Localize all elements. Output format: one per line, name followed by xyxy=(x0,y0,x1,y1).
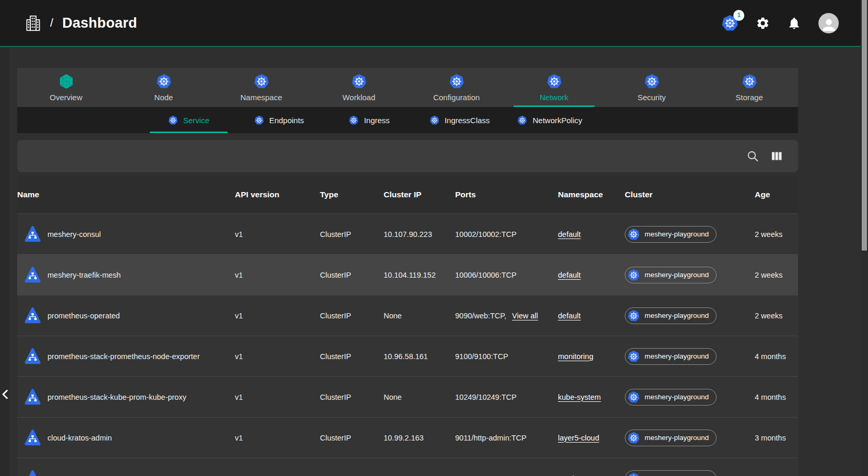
sub-tab[interactable]: NetworkPolicy xyxy=(505,107,595,133)
column-header[interactable]: Cluster IP xyxy=(384,190,455,199)
ports-cell: 10249/10249:TCP xyxy=(455,393,558,401)
name-cell: meshery-consul xyxy=(17,224,235,245)
column-header[interactable]: Type xyxy=(320,190,384,199)
cluster-chip[interactable]: meshery-playground xyxy=(625,267,717,283)
ports-cell: 9090/web:TCP,View all xyxy=(455,312,558,320)
type-cell: ClusterIP xyxy=(320,230,384,239)
cluster-ip-cell: 10.107.90.223 xyxy=(384,230,455,239)
user-avatar[interactable] xyxy=(818,13,839,33)
column-header[interactable]: Namespace xyxy=(558,190,625,199)
table-row[interactable]: cloud-kratos-admin v1 ClusterIP 10.99.2.… xyxy=(17,417,798,458)
meshery-icon xyxy=(58,74,74,89)
api-version-cell: v1 xyxy=(235,230,320,239)
services-table: NameAPI versionTypeCluster IPPortsNamesp… xyxy=(17,176,798,476)
namespace-link[interactable]: meshery xyxy=(558,474,587,476)
service-name: cloud-kratos-admin xyxy=(47,434,112,442)
cluster-cell: meshery-playground xyxy=(625,307,755,324)
kubernetes-icon xyxy=(627,350,640,363)
cluster-chip[interactable]: meshery-playground xyxy=(625,430,717,446)
main-tab[interactable]: Configuration xyxy=(408,68,505,107)
age-cell: 2 weeks xyxy=(755,271,798,279)
api-version-cell: v1 xyxy=(235,312,320,320)
ports-value: 10002/10002:TCP xyxy=(455,230,517,239)
sub-tab[interactable]: Service xyxy=(144,107,234,133)
cluster-ip-cell: 10.96.58.161 xyxy=(384,352,455,361)
main-tab-label: Security xyxy=(637,93,665,102)
namespace-link[interactable]: monitoring xyxy=(558,352,593,361)
kubernetes-icon xyxy=(742,74,757,89)
view-columns-icon xyxy=(770,149,783,163)
column-header[interactable]: Age xyxy=(755,190,798,199)
main-tab[interactable]: Security xyxy=(603,68,700,107)
vertical-scrollbar[interactable] xyxy=(861,0,868,476)
column-header[interactable]: Name xyxy=(17,190,235,199)
table-row[interactable]: meshery-traefik-mesh v1 ClusterIP 10.104… xyxy=(17,254,798,295)
cluster-ip-cell: 10.104.119.152 xyxy=(384,271,455,279)
namespace-link[interactable]: layer5-cloud xyxy=(558,434,599,442)
collapse-drawer-button[interactable] xyxy=(0,387,13,401)
type-cell: ClusterIP xyxy=(320,271,384,279)
namespace-link[interactable]: default xyxy=(558,230,581,239)
main-tab[interactable]: Namespace xyxy=(212,68,310,107)
active-subtab-indicator xyxy=(150,132,228,133)
column-header[interactable]: API version xyxy=(235,190,320,199)
cluster-cell: meshery-playground xyxy=(625,430,755,446)
table-toolbar xyxy=(17,140,798,172)
ports-value: 9100/9100:TCP xyxy=(455,352,508,361)
table-row[interactable]: meshery meshery-playground xyxy=(17,458,798,476)
table-row[interactable]: prometheus-stack-prometheus-node-exporte… xyxy=(17,336,798,376)
cluster-chip-label: meshery-playground xyxy=(645,434,709,442)
search-icon xyxy=(746,149,759,163)
name-cell: prometheus-stack-prometheus-node-exporte… xyxy=(17,346,235,367)
kubernetes-context-button[interactable]: 1 xyxy=(721,15,739,32)
sub-tab[interactable]: Endpoints xyxy=(234,107,324,133)
view-columns-button[interactable] xyxy=(770,149,783,163)
main-tab[interactable]: Network xyxy=(505,68,603,107)
settings-button[interactable] xyxy=(756,16,770,30)
kubernetes-icon xyxy=(254,74,269,89)
ports-value: 9011/http-admin:TCP xyxy=(455,434,527,442)
column-header[interactable]: Cluster xyxy=(625,190,755,199)
kubernetes-icon xyxy=(349,115,359,125)
cluster-chip-label: meshery-playground xyxy=(645,230,709,238)
search-button[interactable] xyxy=(746,149,759,163)
cluster-chip[interactable]: meshery-playground xyxy=(625,226,717,243)
name-cell: meshery-traefik-mesh xyxy=(17,265,235,285)
scrollbar-thumb[interactable] xyxy=(862,0,867,251)
person-icon xyxy=(820,16,838,33)
main-tab-label: Node xyxy=(154,93,173,102)
view-all-ports-link[interactable]: View all xyxy=(512,312,538,320)
ports-cell: 10006/10006:TCP xyxy=(455,271,558,279)
ports-cell: 10002/10002:TCP xyxy=(455,230,558,239)
namespace-link[interactable]: default xyxy=(558,271,581,279)
table-row[interactable]: meshery-consul v1 ClusterIP 10.107.90.22… xyxy=(17,213,798,254)
main-tab[interactable]: Workload xyxy=(310,68,408,107)
cluster-chip[interactable]: meshery-playground xyxy=(625,470,717,476)
sub-tab[interactable]: Ingress xyxy=(324,107,414,133)
namespace-link[interactable]: default xyxy=(558,312,581,320)
namespace-link[interactable]: kube-system xyxy=(558,393,601,401)
app-header: / Dashboard 1 xyxy=(0,0,868,47)
service-name: prometheus-stack-kube-prom-kube-proxy xyxy=(47,393,186,401)
cluster-chip[interactable]: meshery-playground xyxy=(625,389,717,406)
cluster-chip-label: meshery-playground xyxy=(645,312,709,319)
namespace-cell: default xyxy=(558,312,625,320)
cluster-chip[interactable]: meshery-playground xyxy=(625,348,717,365)
namespace-cell: monitoring xyxy=(558,352,625,361)
kubernetes-icon xyxy=(156,74,172,89)
cluster-cell: meshery-playground xyxy=(625,389,755,406)
main-tab[interactable]: Overview xyxy=(17,68,115,107)
notifications-button[interactable] xyxy=(787,16,801,30)
column-header[interactable]: Ports xyxy=(455,190,558,199)
namespace-cell: layer5-cloud xyxy=(558,434,625,442)
building-icon[interactable] xyxy=(25,15,41,32)
cluster-chip-label: meshery-playground xyxy=(645,271,709,279)
main-tab[interactable]: Storage xyxy=(700,68,798,107)
table-row[interactable]: prometheus-operated v1 ClusterIP None 90… xyxy=(17,295,798,336)
main-tab[interactable]: Node xyxy=(115,68,212,107)
cluster-chip[interactable]: meshery-playground xyxy=(625,307,717,324)
sub-tab[interactable]: IngressClass xyxy=(414,107,505,133)
cluster-cell: meshery-playground xyxy=(625,267,755,283)
table-row[interactable]: prometheus-stack-kube-prom-kube-proxy v1… xyxy=(17,376,798,417)
api-version-cell: v1 xyxy=(235,271,320,279)
